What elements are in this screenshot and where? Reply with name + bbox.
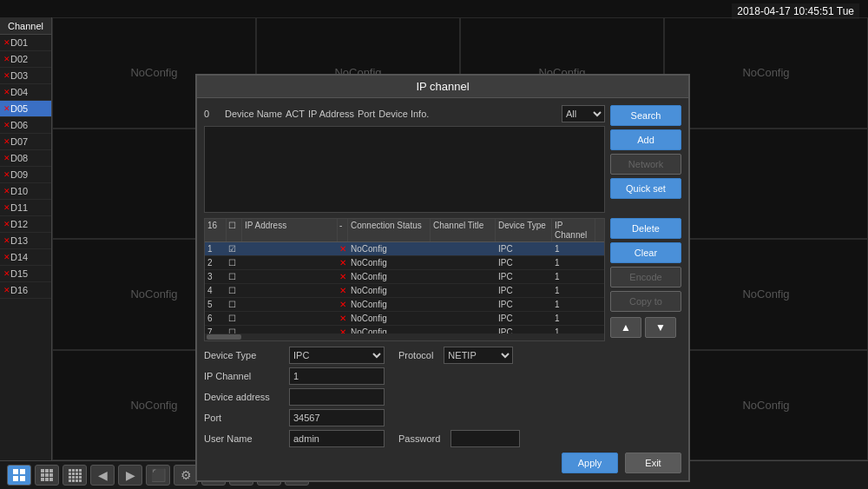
col-check: ☐ <box>227 219 242 241</box>
cell-status: ✕ <box>338 298 348 311</box>
device-info-col: Device Info. <box>378 109 558 119</box>
channel-row[interactable]: 6 ☐ ✕ NoConfig IPC 1 <box>205 312 604 326</box>
cell-ip <box>242 312 338 325</box>
clear-button[interactable]: Clear <box>610 242 681 263</box>
channel-row[interactable]: 3 ☐ ✕ NoConfig IPC 1 <box>205 270 604 284</box>
cell-ipchan: 1 <box>552 284 595 297</box>
modal-footer: Apply Exit <box>204 453 681 473</box>
device-address-row: Device address <box>204 388 681 406</box>
svg-rect-2 <box>13 476 18 481</box>
channel-item[interactable]: ✕D06 <box>0 117 51 134</box>
cell-title <box>431 298 496 311</box>
channel-item[interactable]: ✕D16 <box>0 282 51 299</box>
cell-check[interactable]: ☐ <box>227 270 242 283</box>
taskbar-btn-grid3[interactable] <box>62 465 87 486</box>
cell-check[interactable]: ☑ <box>227 242 242 255</box>
channel-row[interactable]: 7 ☐ ✕ NoConfig IPC 1 <box>205 326 604 334</box>
cell-type: IPC <box>496 326 552 334</box>
right-panel-buttons: Search Add Network Quick set <box>610 105 681 213</box>
delete-button[interactable]: Delete <box>610 218 681 239</box>
row-count: 0 <box>204 109 221 119</box>
cell-title <box>431 312 496 325</box>
network-button[interactable]: Network <box>610 154 681 175</box>
col-dash: - <box>338 219 348 241</box>
ip-channel-input[interactable] <box>289 367 385 385</box>
cell-check[interactable]: ☐ <box>227 298 242 311</box>
cell-ipchan: 1 <box>552 312 595 325</box>
channel-item[interactable]: ✕D01 <box>0 35 51 51</box>
taskbar-btn-prev[interactable]: ◀ <box>90 465 115 486</box>
taskbar-btn-grid1[interactable] <box>7 465 31 486</box>
cell-check[interactable]: ☐ <box>227 312 242 325</box>
arrow-up-button[interactable]: ▲ <box>610 317 641 338</box>
filter-select[interactable]: All <box>562 105 605 122</box>
svg-rect-26 <box>72 479 75 482</box>
channel-item[interactable]: ✕D15 <box>0 266 51 282</box>
taskbar-btn-next[interactable]: ▶ <box>118 465 142 486</box>
svg-rect-5 <box>45 469 49 472</box>
cell-ip <box>242 242 338 255</box>
encode-button[interactable]: Encode <box>610 267 681 287</box>
cell-ipchan: 1 <box>552 242 595 255</box>
scrollbar-thumb <box>207 334 241 340</box>
cell-num: 7 <box>205 326 227 334</box>
channel-item-selected[interactable]: ✕D05 <box>0 101 51 117</box>
channel-item[interactable]: ✕D07 <box>0 134 51 150</box>
channel-row[interactable]: 2 ☐ ✕ NoConfig IPC 1 <box>205 256 604 270</box>
taskbar-btn-grid2[interactable] <box>35 465 59 486</box>
cell-ipchan: 1 <box>552 326 595 334</box>
svg-rect-24 <box>79 476 82 479</box>
add-button[interactable]: Add <box>610 129 681 150</box>
cell-num: 2 <box>205 256 227 269</box>
username-input[interactable] <box>289 430 385 447</box>
taskbar-btn-stop[interactable]: ⬛ <box>146 465 170 486</box>
channel-item[interactable]: ✕D03 <box>0 68 51 84</box>
channel-item[interactable]: ✕D09 <box>0 167 51 183</box>
channel-row[interactable]: 5 ☐ ✕ NoConfig IPC 1 <box>205 298 604 312</box>
svg-rect-20 <box>79 472 82 475</box>
password-label: Password <box>398 433 440 444</box>
cell-type: IPC <box>496 256 552 269</box>
copy-to-button[interactable]: Copy to <box>610 291 681 312</box>
svg-rect-11 <box>45 478 49 481</box>
password-input[interactable] <box>450 430 520 447</box>
port-input[interactable] <box>289 409 385 426</box>
cell-ip <box>242 256 338 269</box>
username-label: User Name <box>204 433 282 444</box>
channel-item[interactable]: ✕D02 <box>0 51 51 68</box>
quick-set-button[interactable]: Quick set <box>610 178 681 199</box>
channel-item[interactable]: ✕D08 <box>0 150 51 167</box>
device-address-input[interactable] <box>289 388 385 406</box>
channel-row[interactable]: 4 ☐ ✕ NoConfig IPC 1 <box>205 284 604 298</box>
exit-button[interactable]: Exit <box>625 453 681 473</box>
cell-status: ✕ <box>338 284 348 297</box>
search-button[interactable]: Search <box>610 105 681 126</box>
channel-row[interactable]: 1 ☑ ✕ NoConfig IPC 1 <box>205 242 604 256</box>
cell-check[interactable]: ☐ <box>227 256 242 269</box>
cell-status: ✕ <box>338 242 348 255</box>
grid-cell: NoConfig <box>664 17 868 129</box>
cell-check[interactable]: ☐ <box>227 326 242 334</box>
cell-type: IPC <box>496 284 552 297</box>
port-col: Port <box>358 109 375 119</box>
arrow-down-button[interactable]: ▼ <box>645 317 676 338</box>
svg-rect-15 <box>76 469 78 472</box>
channel-item[interactable]: ✕D13 <box>0 233 51 249</box>
channel-item[interactable]: ✕D11 <box>0 200 51 216</box>
svg-rect-27 <box>76 479 78 482</box>
port-label: Port <box>204 413 282 423</box>
cell-check[interactable]: ☐ <box>227 284 242 297</box>
device-type-select[interactable]: IPC <box>289 347 385 364</box>
ip-channel-label: IP Channel <box>204 371 282 381</box>
channel-item[interactable]: ✕D14 <box>0 249 51 266</box>
apply-button[interactable]: Apply <box>562 453 618 473</box>
channel-item[interactable]: ✕D12 <box>0 216 51 233</box>
taskbar-btn-settings[interactable]: ⚙ <box>174 465 198 486</box>
search-area: 0 Device Name ACT IP Address Port Device… <box>204 105 605 213</box>
protocol-select[interactable]: NETIP <box>444 347 513 364</box>
col-num: 16 <box>205 219 227 241</box>
channel-item[interactable]: ✕D04 <box>0 84 51 101</box>
channel-item[interactable]: ✕D10 <box>0 183 51 200</box>
col-scroll <box>595 219 605 241</box>
grid-cell: NoConfig <box>664 350 868 461</box>
